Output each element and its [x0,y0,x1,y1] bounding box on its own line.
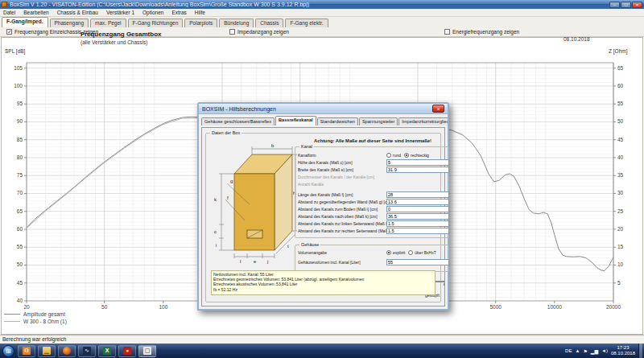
clock[interactable]: 17:23 08.10.2018 [611,345,635,356]
speaker-icon[interactable]: ◄) [601,348,608,353]
laenge-kanal-input[interactable] [386,191,449,198]
status-bar: Berechnung war erfolgreich [0,335,644,344]
svg-text:85: 85 [17,137,23,142]
abstand-wand-input[interactable] [386,199,449,205]
dialog-tabbar: Gehäuse geschlossen/Bassreflex Bassrefle… [199,114,448,126]
abstand-oben-input[interactable] [386,213,449,220]
taskbar-outlook-icon[interactable]: O [18,345,35,357]
radio-icon [386,153,391,158]
field-row: Breite des Kanals (Maß e) [cm] [298,166,449,173]
dtab-standardweichen[interactable]: Standardweichen [317,117,358,126]
svg-text:c: c [214,229,217,234]
svg-text:j: j [266,259,268,264]
flag-icon[interactable]: ⚑ [583,348,587,354]
dialog-titlebar[interactable]: BOXSIM - Hilfsberechnungen × [199,104,448,114]
svg-text:g: g [230,179,233,183]
breite-kanal-input[interactable] [386,167,449,173]
svg-text:95: 95 [17,101,23,106]
svg-text:20: 20 [617,226,624,232]
svg-text:l: l [240,259,241,264]
field-row: Abstand zu gegenüberliegenden Wand (Maß … [298,198,449,205]
svg-text:50: 50 [17,261,23,267]
results-box: Nettovolumen incl. Kanal: 55 Liter Errec… [211,270,436,295]
taskbar-app-icon[interactable]: ∿ [78,345,96,357]
abstand-links-input[interactable] [386,220,449,227]
dialog-title: BOXSIM - Hilfsberechnungen [202,106,432,112]
svg-text:105: 105 [14,65,23,71]
daten-der-box-groupbox: Daten der Box [205,133,441,302]
taskbar: ⊞ O ▁ ∿ X ● ▢ DE ▲ ⚑ ▂▆ ◄) 17:23 08.10.2… [0,344,644,358]
volumenangabe-row: Volumenangabe explizit über BxHxT [298,249,449,256]
svg-text:e: e [254,259,257,264]
radio-explizit[interactable]: explizit [386,250,405,255]
dtab-bassreflexkanal[interactable]: Bassreflexkanal [275,116,316,126]
chart-legend: Amplitude gesamt W 300 - 8 Ohm (1) [4,311,67,325]
start-button[interactable]: ⊞ [2,345,14,357]
svg-text:55: 55 [617,101,624,106]
dtab-gehaeuse-bassreflex[interactable]: Gehäuse geschlossen/Bassreflex [201,117,275,126]
radio-ueber-bxhxt[interactable]: über BxHxT [408,250,436,255]
tray-expand-arrow-icon[interactable]: ▲ [575,348,580,353]
legend-item-amplitude: Amplitude gesamt [4,311,67,318]
svg-text:50: 50 [101,304,108,310]
svg-text:60: 60 [617,83,624,88]
field-row: Abstand des Kanals zum Boden (Maß i) [cm… [298,205,449,212]
y-axis-label-left: SPL [dB] [5,48,25,54]
legend-line-sample [4,314,20,315]
chart-subtitle: (alle Verstärker und Chassis) [80,39,147,45]
hoehe-kanal-input[interactable] [386,159,449,166]
svg-text:65: 65 [17,208,23,214]
language-indicator[interactable]: DE [565,348,572,353]
abstand-boden-input[interactable] [386,206,449,212]
svg-text:20000: 20000 [606,304,621,310]
radio-rund[interactable]: rund [386,153,401,158]
svg-text:10: 10 [617,261,624,267]
taskbar-editor-icon[interactable]: ● [118,345,136,357]
svg-text:i: i [216,243,217,248]
system-tray: DE ▲ ⚑ ▂▆ ◄) 17:23 08.10.2018 [565,344,644,358]
svg-text:50: 50 [617,118,624,124]
svg-text:15: 15 [617,244,624,249]
show-desktop-button[interactable] [638,344,642,358]
svg-text:45: 45 [17,280,23,286]
field-row: Abstand des Kanals zur linken Seitenwand… [298,220,449,227]
radio-selected-icon [386,250,391,255]
radio-rechteckig[interactable]: rechteckig [404,153,429,158]
chart-date: 08.10.2018 [564,36,590,42]
taskbar-folder-icon[interactable]: ▁ [38,345,56,357]
hilfsberechnungen-dialog: BOXSIM - Hilfsberechnungen × Gehäuse ges… [197,102,449,311]
svg-text:t: t [287,244,289,249]
svg-text:40: 40 [17,298,23,303]
taskbar-excel-icon[interactable]: X [98,345,116,357]
svg-text:25: 25 [617,208,624,214]
svg-text:80: 80 [17,154,23,160]
svg-text:b: b [271,143,275,148]
field-row: Abstand des Kanals nach oben (Maß k) [cm… [298,212,449,220]
svg-text:f: f [227,195,229,200]
legend-line-sample [4,321,20,322]
volumen-row: Gehäusevolumen incl. Kanal [Liter] [298,258,449,265]
svg-text:5: 5 [617,280,621,286]
gehaeusevolumen-input[interactable] [386,259,449,265]
status-text: Berechnung war erfolgreich [2,336,67,342]
svg-text:30: 30 [617,190,624,195]
svg-text:20: 20 [23,304,30,310]
y-axis-label-right: Z [Ohm] [609,48,627,54]
network-icon[interactable]: ▂▆ [591,348,598,354]
svg-text:90: 90 [17,118,23,124]
taskbar-firefox-icon[interactable] [58,345,76,357]
legend-item-w300: W 300 - 8 Ohm (1) [4,318,67,325]
dtab-spannungsteiler[interactable]: Spannungsteiler [359,117,398,126]
field-row: Abstand des Kanals zur rechten Seitenwan… [298,227,449,234]
svg-text:10000: 10000 [547,304,562,310]
taskbar-document-icon[interactable]: ▢ [138,345,156,357]
radio-icon [408,250,413,255]
screen: BoxSim V 1.20 - VISATON-Edition (C:\User… [0,0,644,358]
dtab-impedanzkorrektur[interactable]: Impedanzkorrekturglieder [398,117,448,126]
dialog-close-icon[interactable]: × [432,105,444,113]
svg-text:40: 40 [617,154,624,160]
svg-text:100: 100 [14,83,23,88]
svg-text:60: 60 [17,226,23,232]
field-row: Anzahl Kanäle [298,180,449,187]
abstand-rechts-input[interactable] [386,228,449,234]
